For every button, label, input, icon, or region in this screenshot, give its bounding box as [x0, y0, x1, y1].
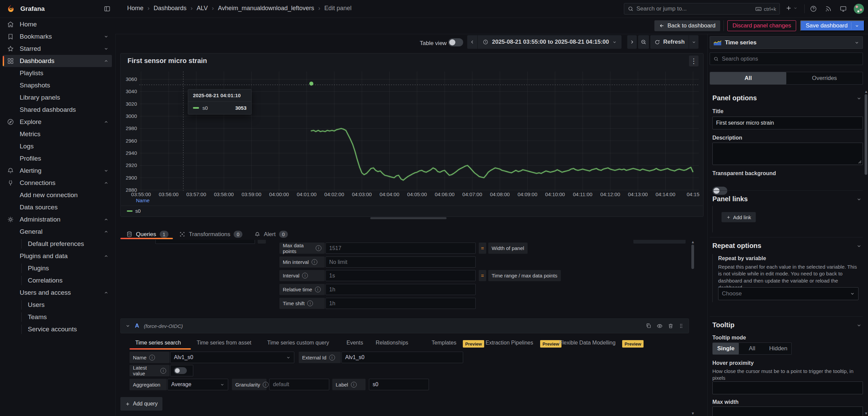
tooltip-mode-all[interactable]: All [739, 343, 765, 354]
sidebar-item-plugins-and-data[interactable]: Plugins and data [3, 250, 112, 262]
sidebar-item-add-new-connection[interactable]: Add new connection [3, 189, 112, 201]
sidebar-item-dashboards[interactable]: Dashboards [3, 55, 112, 67]
sidebar-item-correlations[interactable]: Correlations [3, 274, 112, 287]
qe-tab-time-series-custom-query[interactable]: Time series custom query [267, 340, 329, 346]
query-row-header[interactable]: A (force-dev-OIDC) [120, 318, 689, 333]
min-interval-input[interactable]: No limit [326, 256, 476, 268]
breadcrumb-folder[interactable]: ALV [197, 5, 208, 12]
zoom-out-time-button[interactable] [638, 35, 649, 49]
breadcrumb-dashboard[interactable]: Avheim_manualdownload_leftovers [218, 5, 314, 12]
sidebar-item-profiles[interactable]: Profiles [3, 152, 112, 165]
sidebar-item-administration[interactable]: Administration [3, 213, 112, 226]
relative-time-input[interactable]: 1h [326, 284, 476, 295]
queries-scrollbar[interactable]: ▲ ▼ [691, 239, 694, 416]
time-range-picker[interactable]: 2025-08-21 03:55:00 to 2025-08-21 04:15:… [478, 39, 622, 45]
sidebar-item-home[interactable]: Home [3, 18, 112, 30]
time-back-icon[interactable] [467, 40, 477, 44]
news-icon[interactable] [825, 5, 832, 13]
resize-handle-icon[interactable] [858, 160, 862, 164]
granularity-input[interactable]: default [269, 379, 329, 390]
tab-alert[interactable]: Alert 0 [254, 231, 288, 238]
datasource-help-partial[interactable] [258, 240, 266, 244]
filter-overrides[interactable]: Overrides [786, 72, 863, 84]
sidebar-item-alerting[interactable]: Alerting [3, 165, 112, 177]
sidebar-item-logs[interactable]: Logs [3, 140, 112, 152]
hide-query-icon[interactable] [656, 323, 663, 329]
label-input[interactable]: s0 [369, 379, 429, 390]
qe-tab-templates[interactable]: Templates [432, 340, 456, 346]
sidebar-item-default-preferences[interactable]: Default preferences [3, 238, 112, 250]
interval-input[interactable]: 1s [326, 270, 476, 281]
save-dashboard-button[interactable]: Save dashboard [800, 20, 865, 31]
sidebar-item-explore[interactable]: Explore [3, 116, 112, 128]
tooltip-mode-single[interactable]: Single [713, 343, 739, 354]
tab-queries[interactable]: Queries 1 [126, 231, 169, 238]
screen-share-icon[interactable] [840, 5, 847, 13]
pane-resize-handle[interactable] [370, 217, 447, 219]
time-forward-button[interactable] [627, 35, 637, 49]
query-inspector-partial[interactable] [633, 240, 686, 244]
section-repeat-options[interactable]: Repeat options [712, 242, 761, 250]
sidebar-item-data-sources[interactable]: Data sources [3, 201, 112, 213]
hover-proximity-input[interactable] [712, 381, 863, 394]
sidebar-item-service-accounts[interactable]: Service accounts [3, 323, 112, 335]
breadcrumb-home[interactable]: Home [127, 5, 143, 12]
breadcrumb-dashboards[interactable]: Dashboards [154, 5, 186, 12]
repeat-variable-select[interactable]: Choose [718, 287, 859, 300]
panel-description-textarea[interactable] [712, 143, 863, 165]
sidebar-item-users-and-access[interactable]: Users and access [3, 287, 112, 299]
avatar[interactable] [854, 4, 864, 14]
drag-handle-icon[interactable] [678, 323, 684, 329]
help-icon[interactable] [810, 5, 817, 13]
name-select[interactable]: Alv1_s0 [170, 352, 294, 363]
sidebar-item-general[interactable]: General [3, 226, 112, 238]
delete-query-icon[interactable] [668, 323, 674, 329]
sidebar-item-metrics[interactable]: Metrics [3, 128, 112, 140]
sidebar-item-snapshots[interactable]: Snapshots [3, 79, 112, 91]
discard-panel-changes-button[interactable]: Discard panel changes [727, 20, 796, 31]
qe-tab-time-series-from-asset[interactable]: Time series from asset [197, 340, 251, 346]
time-shift-input[interactable]: 1h [326, 298, 476, 309]
dock-menu-icon[interactable] [103, 5, 111, 13]
qe-tab-relationships[interactable]: Relationships [376, 340, 408, 346]
add-query-button[interactable]: Add query [120, 397, 162, 411]
aggregation-select[interactable]: Average [167, 379, 228, 390]
sidebar-item-library-panels[interactable]: Library panels [3, 91, 112, 104]
global-search-input[interactable]: Search or jump to... ctrl+k [624, 3, 780, 15]
tab-transformations[interactable]: Transformations 0 [179, 231, 242, 238]
refresh-interval-dropdown[interactable] [689, 40, 698, 44]
visualization-picker[interactable]: Time series [710, 36, 863, 49]
panel-title-input[interactable]: First sensor micro strain [712, 117, 863, 129]
max-width-input[interactable] [712, 407, 863, 416]
qe-tab-time-series-search[interactable]: Time series search [135, 340, 181, 346]
legend-series-s0[interactable]: s0 [127, 208, 141, 214]
duplicate-query-icon[interactable] [646, 323, 652, 329]
back-to-dashboard-button[interactable]: Back to dashboard [654, 20, 720, 31]
transparent-background-toggle[interactable] [712, 187, 727, 195]
table-view-toggle[interactable] [448, 38, 463, 46]
time-series-chart[interactable]: 3060304030203000298029602940292029002880… [121, 54, 703, 216]
sidebar-item-playlists[interactable]: Playlists [3, 67, 112, 79]
sidebar-item-shared-dashboards[interactable]: Shared dashboards [3, 104, 112, 116]
sidebar-item-teams[interactable]: Teams [3, 311, 112, 323]
sidebar-item-plugins[interactable]: Plugins [3, 262, 112, 274]
section-tooltip[interactable]: Tooltip [712, 321, 734, 329]
sidebar-item-starred[interactable]: Starred [3, 43, 112, 55]
sidebar-item-users[interactable]: Users [3, 299, 112, 311]
qe-tab-extraction-pipelines[interactable]: Extraction Pipelines [486, 340, 533, 346]
qe-tab-events[interactable]: Events [347, 340, 363, 346]
tooltip-mode-hidden[interactable]: Hidden [765, 343, 791, 354]
section-panel-links[interactable]: Panel links [712, 195, 748, 203]
qe-tab-flexible-data-modelling[interactable]: Flexible Data Modelling [559, 340, 615, 346]
search-options-input[interactable]: Search options [710, 53, 863, 65]
external-id-input[interactable]: Alv1_s0 [341, 352, 463, 363]
datasource-picker-partial[interactable] [155, 240, 255, 244]
sidebar-item-connections[interactable]: Connections [3, 177, 112, 189]
max-data-points-input[interactable]: 1517 [326, 243, 476, 254]
legend-header-name[interactable]: Name [136, 197, 150, 203]
grafana-logo[interactable] [6, 4, 16, 14]
sidebar-item-bookmarks[interactable]: Bookmarks [3, 30, 112, 43]
new-button[interactable] [785, 5, 797, 12]
section-panel-options[interactable]: Panel options [712, 94, 757, 102]
refresh-button[interactable]: Refresh [654, 39, 689, 45]
